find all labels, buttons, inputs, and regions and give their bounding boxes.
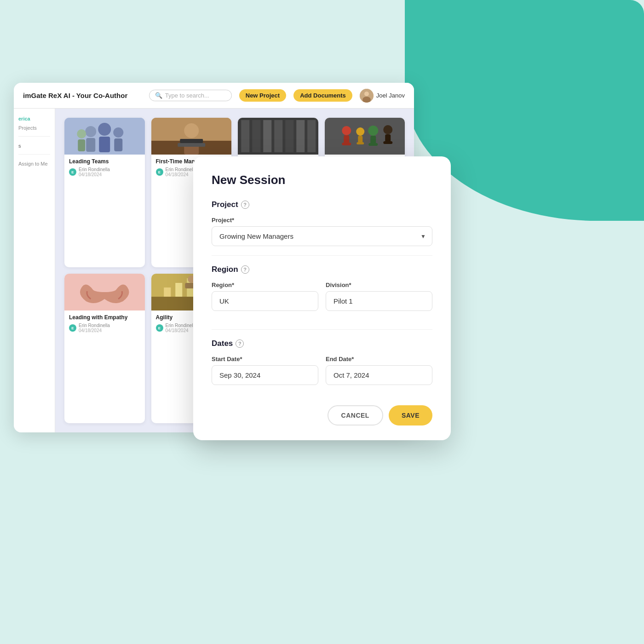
search-bar[interactable]: 🔍 Type to search...	[149, 90, 232, 101]
card-image-2	[151, 118, 232, 155]
svg-rect-39	[383, 141, 392, 144]
new-project-button[interactable]: New Project	[239, 89, 286, 102]
region-form-group: Region*	[212, 282, 318, 311]
save-button[interactable]: SAVE	[389, 405, 432, 426]
svg-rect-16	[178, 143, 205, 147]
svg-rect-33	[356, 142, 364, 144]
project-form-group: Project* Growing New Managers ▼	[212, 217, 432, 246]
svg-rect-35	[370, 136, 376, 144]
svg-point-34	[368, 126, 378, 136]
svg-rect-26	[238, 118, 318, 155]
sidebar-sub: Projects	[18, 125, 37, 131]
card-info-5: Leading with Empathy E Erin Rondinella 0…	[64, 310, 145, 337]
card-author-row-5: E Erin Rondinella 04/18/2024	[69, 323, 140, 333]
card-author: Erin Rondinella	[79, 167, 110, 172]
svg-rect-44	[175, 283, 182, 297]
svg-rect-29	[344, 135, 349, 144]
modal-footer: CANCEL SAVE	[212, 405, 432, 426]
avatar	[360, 89, 374, 103]
svg-point-10	[77, 129, 86, 138]
svg-rect-5	[86, 138, 95, 152]
card-author-6: Erin Rondinella	[166, 323, 197, 328]
card-info: Leading Teams E Erin Rondinella 04/18/20…	[64, 155, 145, 181]
svg-rect-11	[78, 139, 85, 151]
region-section-label: Region ?	[212, 265, 432, 274]
user-area[interactable]: Joel Janov	[360, 89, 405, 103]
svg-point-4	[85, 126, 96, 137]
project-select[interactable]: Growing New Managers	[212, 226, 432, 246]
svg-point-28	[342, 126, 351, 135]
svg-rect-17	[180, 139, 203, 143]
sidebar-divider-2	[18, 154, 50, 155]
end-date-form-group: End Date*	[326, 356, 432, 385]
card-leading-empathy[interactable]: Leading with Empathy E Erin Rondinella 0…	[64, 274, 145, 423]
svg-point-37	[383, 125, 392, 134]
new-session-modal: New Session Project ? Project* Growing N…	[193, 156, 451, 440]
card-image-1	[64, 118, 145, 155]
card-image-4	[325, 118, 405, 155]
region-form-row: Region* Division*	[212, 282, 432, 320]
division-form-group: Division*	[326, 282, 432, 311]
svg-rect-36	[368, 143, 378, 146]
cancel-button[interactable]: CANCEL	[328, 405, 383, 426]
sidebar: erica Projects s Assign to Me	[14, 109, 55, 432]
dates-section-label: Dates ?	[212, 339, 432, 348]
card-date-5: 04/18/2024	[79, 328, 110, 333]
svg-rect-30	[342, 143, 351, 145]
region-help-icon[interactable]: ?	[241, 265, 249, 274]
end-date-input[interactable]	[326, 365, 432, 385]
card-image-5	[64, 274, 145, 310]
svg-rect-27	[325, 118, 405, 155]
card-date-6: 04/18/2024	[166, 328, 197, 333]
section-divider-1	[212, 255, 432, 256]
card-avatar-5: E	[69, 324, 76, 332]
svg-rect-38	[385, 134, 391, 142]
project-select-wrapper: Growing New Managers ▼	[212, 226, 432, 246]
card-image-3	[238, 118, 318, 155]
svg-point-14	[184, 123, 199, 138]
svg-point-6	[98, 123, 111, 136]
svg-rect-7	[99, 137, 110, 152]
card-author-row: E Erin Rondinella 04/18/2024	[69, 167, 140, 177]
start-date-input[interactable]	[212, 365, 318, 385]
sidebar-assigned[interactable]: Assign to Me	[18, 161, 48, 167]
sidebar-section: s	[18, 143, 21, 149]
user-name: Joel Janov	[376, 92, 405, 99]
card-author-2: Erin Rondinella	[166, 167, 197, 172]
app-header: imGate ReX AI - Your Co-Author 🔍 Type to…	[14, 83, 414, 109]
dates-form-row: Start Date* End Date*	[212, 356, 432, 394]
svg-rect-9	[114, 138, 122, 151]
card-date: 04/18/2024	[79, 172, 110, 177]
end-date-label: End Date*	[326, 356, 432, 362]
modal-title: New Session	[212, 173, 432, 187]
sidebar-divider	[18, 136, 50, 137]
dates-help-icon[interactable]: ?	[236, 339, 244, 348]
card-date-2: 04/18/2024	[166, 172, 197, 177]
svg-point-8	[113, 127, 123, 138]
add-documents-button[interactable]: Add Documents	[293, 89, 352, 102]
svg-point-31	[356, 127, 364, 136]
card-avatar: E	[69, 168, 76, 176]
start-date-label: Start Date*	[212, 356, 318, 362]
sidebar-link[interactable]: erica	[18, 116, 50, 121]
project-field-label: Project*	[212, 217, 432, 224]
card-avatar-6: E	[156, 324, 163, 332]
search-input-placeholder: Type to search...	[165, 92, 209, 99]
search-icon: 🔍	[155, 92, 162, 99]
project-help-icon[interactable]: ?	[241, 201, 249, 209]
section-divider-2	[212, 329, 432, 330]
card-author-5: Erin Rondinella	[79, 323, 110, 328]
division-input[interactable]	[326, 291, 432, 311]
region-field-label: Region*	[212, 282, 318, 288]
app-title: imGate ReX AI - Your Co-Author	[23, 92, 142, 99]
card-title: Leading Teams	[69, 158, 140, 165]
svg-rect-32	[358, 136, 362, 143]
svg-rect-43	[164, 288, 171, 297]
card-avatar-2: E	[156, 168, 163, 176]
start-date-form-group: Start Date*	[212, 356, 318, 385]
division-field-label: Division*	[326, 282, 432, 288]
card-title-5: Leading with Empathy	[69, 314, 140, 321]
card-leading-teams[interactable]: Leading Teams E Erin Rondinella 04/18/20…	[64, 118, 145, 267]
svg-point-1	[364, 92, 369, 96]
region-input[interactable]	[212, 291, 318, 311]
